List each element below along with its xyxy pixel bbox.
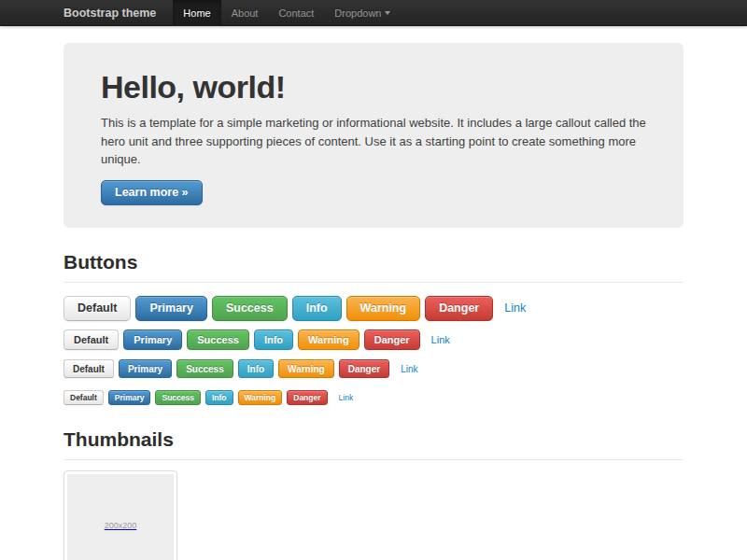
button-row-mini: DefaultPrimarySuccessInfoWarningDangerLi…	[63, 387, 684, 405]
nav-item-dropdown[interactable]: Dropdown	[324, 0, 401, 26]
button-warning-mini[interactable]: Warning	[238, 390, 283, 405]
learn-more-button[interactable]: Learn more »	[101, 180, 203, 205]
button-danger-default[interactable]: Danger	[364, 329, 420, 350]
hero-title: Hello, world!	[101, 69, 646, 105]
button-rows: DefaultPrimarySuccessInfoWarningDangerLi…	[63, 296, 684, 406]
brand-link[interactable]: Bootstrap theme	[63, 0, 173, 26]
button-danger-mini[interactable]: Danger	[287, 390, 327, 405]
button-success-large[interactable]: Success	[212, 296, 288, 321]
navbar-inner: Bootstrap theme Home About Contact Dropd…	[63, 0, 684, 26]
nav-item-contact[interactable]: Contact	[268, 0, 324, 26]
button-info-small[interactable]: Info	[238, 359, 274, 378]
button-primary-large[interactable]: Primary	[135, 296, 207, 321]
button-row-default: DefaultPrimarySuccessInfoWarningDangerLi…	[63, 329, 684, 350]
button-row-small: DefaultPrimarySuccessInfoWarningDangerLi…	[63, 359, 684, 379]
button-default-large[interactable]: Default	[63, 296, 131, 321]
buttons-section-divider	[63, 282, 684, 283]
button-info-default[interactable]: Info	[254, 329, 293, 350]
button-warning-large[interactable]: Warning	[346, 296, 421, 321]
button-primary-small[interactable]: Primary	[119, 359, 172, 378]
button-link-mini[interactable]: Link	[339, 390, 354, 405]
button-danger-small[interactable]: Danger	[339, 359, 389, 378]
button-default-small[interactable]: Default	[63, 359, 114, 378]
button-link-large[interactable]: Link	[504, 296, 526, 321]
navbar: Bootstrap theme Home About Contact Dropd…	[0, 0, 747, 26]
buttons-section-heading: Buttons	[63, 251, 684, 273]
thumbnails-section-divider	[63, 459, 684, 460]
placeholder-label: 200x200	[105, 521, 137, 530]
button-warning-default[interactable]: Warning	[298, 329, 359, 350]
nav-item-about[interactable]: About	[221, 0, 269, 26]
button-info-mini[interactable]: Info	[205, 390, 233, 405]
hero-description: This is a template for a simple marketin…	[101, 114, 646, 169]
placeholder-image: 200x200	[67, 474, 174, 560]
button-danger-large[interactable]: Danger	[425, 296, 493, 321]
chevron-down-icon	[385, 11, 390, 15]
button-link-small[interactable]: Link	[401, 359, 417, 378]
nav-item-home[interactable]: Home	[173, 0, 220, 26]
button-warning-small[interactable]: Warning	[278, 359, 334, 378]
button-info-large[interactable]: Info	[292, 296, 342, 321]
button-default-default[interactable]: Default	[63, 329, 119, 350]
hero-unit: Hello, world! This is a template for a s…	[63, 43, 684, 228]
button-row-large: DefaultPrimarySuccessInfoWarningDangerLi…	[63, 296, 684, 321]
nav-item-dropdown-label: Dropdown	[334, 0, 381, 26]
main-content: Hello, world! This is a template for a s…	[63, 43, 684, 560]
button-primary-default[interactable]: Primary	[123, 329, 182, 350]
button-link-default[interactable]: Link	[431, 329, 450, 350]
button-primary-mini[interactable]: Primary	[108, 390, 151, 405]
button-success-small[interactable]: Success	[176, 359, 233, 378]
thumbnails-section-heading: Thumbnails	[63, 428, 684, 451]
button-default-mini[interactable]: Default	[63, 390, 104, 405]
button-success-mini[interactable]: Success	[155, 390, 201, 405]
thumbnail-item[interactable]: 200x200	[63, 470, 177, 560]
button-success-default[interactable]: Success	[187, 329, 249, 350]
